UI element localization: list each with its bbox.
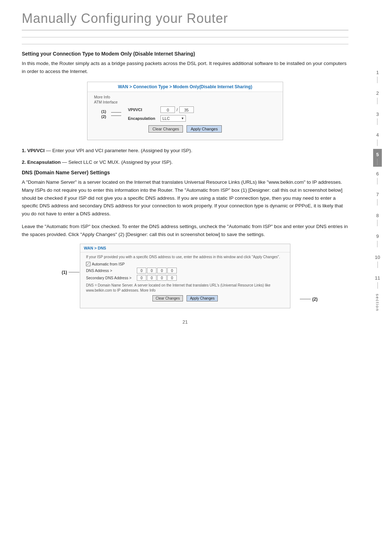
dns-heading: DNS (Domain Name Server) Settings <box>22 170 348 175</box>
slash-separator: / <box>176 107 177 112</box>
side-num-2: 2 <box>376 86 379 107</box>
dns-info-text: If your ISP provided you with a specific… <box>86 255 284 260</box>
dns-octet-1[interactable]: 0 <box>137 268 146 273</box>
dns-address-label: DNS Address > <box>86 268 137 273</box>
more-info-text: More Info <box>94 95 276 99</box>
screenshot2-title: WAN > DNS <box>80 244 290 252</box>
vpi-input[interactable]: 0 <box>160 106 175 113</box>
vci-input[interactable]: 35 <box>179 106 194 113</box>
encapsulation-value: LLC <box>162 116 170 121</box>
side-section-numbers: 1 2 3 4 5 6 7 8 9 10 11 section <box>370 0 385 560</box>
select-arrow-icon: ▼ <box>181 117 184 120</box>
auto-isp-label: Automatic from ISP <box>92 262 124 266</box>
callout1-label: (1) <box>101 109 106 114</box>
secondary-dns-octet-2[interactable]: 0 <box>147 275 156 281</box>
side-num-10: 10 <box>375 250 380 271</box>
secondary-dns-row: Secondary DNS Address > 0 0 0 0 <box>86 275 284 281</box>
item1-text: Enter your VPI and VCI parameter here. (… <box>52 148 192 153</box>
dns-octet-3[interactable]: 0 <box>157 268 167 273</box>
divider-top2 <box>22 44 348 44</box>
side-num-4: 4 <box>376 128 379 149</box>
screenshot1-box: WAN > Connection Type > Modem Only(Disab… <box>87 82 283 140</box>
vpi-vci-label: VPI/VCI <box>128 107 160 112</box>
apply-changes-btn-2[interactable]: Apply Changes <box>187 295 218 301</box>
dns-callout1-label: (1) <box>62 270 67 275</box>
item2-number: 2. <box>22 159 26 165</box>
divider-top <box>22 37 348 37</box>
secondary-dns-input-group: 0 0 0 0 <box>137 275 177 281</box>
dns-body2: Leave the "Automatic from ISP" box check… <box>22 223 348 238</box>
dns-body1: A "Domain Name Server" is a server locat… <box>22 178 348 218</box>
screenshot2-box: WAN > DNS If your ISP provided you with … <box>80 244 290 308</box>
item1-number: 1. <box>22 148 26 153</box>
dns-octet-2[interactable]: 0 <box>147 268 156 273</box>
section-label: section <box>375 294 380 312</box>
checkmark-icon: ✓ <box>87 262 90 266</box>
item2-text: Select LLC or VC MUX. (Assigned by your … <box>68 159 172 165</box>
page-title: Manually Configuring your Router <box>22 11 348 31</box>
clear-changes-btn-2[interactable]: Clear Changes <box>152 295 183 301</box>
encapsulation-label: Encapsulation <box>128 116 160 121</box>
dns-address-row: DNS Address > 0 0 0 0 <box>86 268 284 273</box>
side-num-11: 11 <box>375 271 380 292</box>
side-num-8: 8 <box>376 208 379 229</box>
page-number: 21 <box>22 319 348 325</box>
item2-dash: — <box>62 159 67 165</box>
dns-footer-text: DNS = Domain Name Server. A server locat… <box>86 283 284 293</box>
item1-label: VPI/VCI <box>27 148 45 153</box>
atm-interface-text: ATM Interface <box>94 100 276 104</box>
dns-callout2-label: (2) <box>312 297 318 302</box>
clear-changes-btn-1[interactable]: Clear Changes <box>148 125 183 133</box>
side-num-7: 7 <box>376 187 379 208</box>
encapsulation-select[interactable]: LLC ▼ <box>160 115 186 122</box>
secondary-dns-octet-4[interactable]: 0 <box>167 275 177 281</box>
numbered-item-1: 1. VPI/VCI — Enter your VPI and VCI para… <box>22 147 348 155</box>
side-num-1: 1 <box>376 65 379 86</box>
secondary-dns-octet-1[interactable]: 0 <box>137 275 146 281</box>
auto-isp-row: ✓ Automatic from ISP <box>86 262 284 266</box>
screenshot1-title: WAN > Connection Type > Modem Only(Disab… <box>87 82 283 92</box>
apply-changes-btn-1[interactable]: Apply Changes <box>187 125 222 133</box>
secondary-dns-octet-3[interactable]: 0 <box>157 275 167 281</box>
callout2-label: (2) <box>101 114 106 119</box>
section1-heading: Setting your Connection Type to Modem On… <box>22 51 348 57</box>
item2-label: Encapsulation <box>27 159 61 165</box>
auto-isp-checkbox[interactable]: ✓ <box>86 262 90 266</box>
numbered-item-2: 2. Encapsulation — Select LLC or VC MUX.… <box>22 158 348 166</box>
item1-dash: — <box>46 148 51 153</box>
secondary-dns-label: Secondary DNS Address > <box>86 276 137 280</box>
dns-address-input-group: 0 0 0 0 <box>137 268 177 273</box>
side-num-3: 3 <box>376 107 379 128</box>
side-num-9: 9 <box>376 229 379 250</box>
side-num-6: 6 <box>376 167 379 187</box>
section1-body: In this mode, the Router simply acts as … <box>22 60 348 75</box>
side-num-5: 5 <box>373 149 381 167</box>
dns-octet-4[interactable]: 0 <box>167 268 177 273</box>
